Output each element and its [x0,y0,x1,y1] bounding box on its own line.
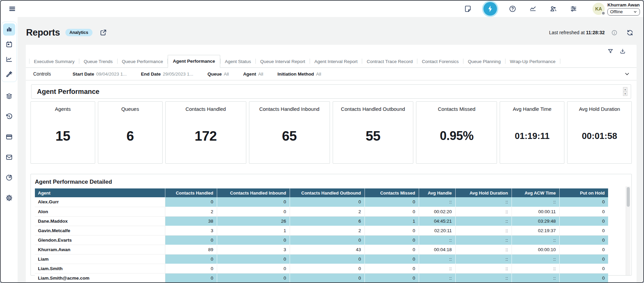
app-window: KA Khurram Awan Offline [0,0,644,283]
control-end-date[interactable]: End Date29/05/2023 1... [141,72,193,77]
value-cell: :: [419,273,455,283]
value-cell: 03:29:48 [512,216,559,226]
value-cell: 3 [165,226,217,235]
agent-name-cell: Liam.Smith@acme.com [35,273,165,283]
external-link-icon[interactable] [97,26,109,39]
value-cell: 0 [365,207,419,216]
user-name: Khurram Awan [607,2,640,7]
note-icon[interactable] [462,3,474,15]
tab-agent-performance[interactable]: Agent Performance [168,55,220,68]
value-cell: 0 [365,254,419,264]
value-cell: 3 [217,245,290,254]
value-cell: 0 [365,264,419,273]
value-cell: 0 [559,264,608,273]
tab-agent-status[interactable]: Agent Status [221,56,255,67]
kpi-value: 65 [282,112,297,163]
hamburger-menu-icon[interactable] [6,3,18,15]
section-title: Agent Performance [37,88,100,96]
scrollbar-thumb[interactable] [627,187,630,207]
value-cell: 0 [365,197,419,207]
value-cell: 0 [290,235,365,245]
history-icon[interactable] [3,110,15,123]
line-chart-icon[interactable] [3,53,15,65]
refresh-icon[interactable] [624,26,636,39]
help-icon[interactable] [506,3,519,15]
value-cell: 0 [365,273,419,283]
kpi-card-contacts-handled-outbound: Contacts Handled Outbound55 [333,101,414,164]
column-header-put-on-hold: Put on Hold [559,188,608,197]
table-vertical-scrollbar[interactable] [626,186,630,275]
mail-icon[interactable] [3,151,15,163]
kpi-card-contacts-missed: Contacts Missed0.95% [416,101,497,164]
bolt-icon[interactable] [483,2,497,16]
value-cell: :: [512,197,559,207]
status-select[interactable]: Offline [607,8,640,16]
control-label: Queue [208,72,222,77]
value-cell: 0 [165,273,217,283]
column-header-avg-hold-duration: Avg Hold Duration [455,188,512,197]
filter-icon[interactable] [607,47,614,55]
spinner-up-icon[interactable]: ▲ [623,87,627,92]
control-value: All [224,72,229,77]
metrics-icon[interactable] [527,3,539,15]
column-header-contacts-handled-outbound: Contacts Handled Outbound [290,188,365,197]
tab-queue-planning[interactable]: Queue Planning [463,56,505,67]
kpi-card-contacts-handled: Contacts Handled172 [165,101,246,164]
kpi-value: 6 [126,112,134,163]
agent-name-cell: Liam.Smith [35,264,165,273]
settings-icon[interactable] [3,192,15,204]
bar-chart-icon[interactable] [3,23,15,36]
value-cell: 0 [217,273,290,283]
tab-contract-trace-record[interactable]: Contract Trace Record [362,56,417,67]
value-cell: 0 [559,207,608,216]
value-cell: 0 [217,197,290,207]
pie-chart-icon[interactable] [3,171,15,184]
sliders-icon[interactable] [567,3,580,15]
tab-queue-performance[interactable]: Queue Performance [118,56,168,67]
tab-wrap-up-performance[interactable]: Wrap-Up Performance [505,56,560,67]
tab-contact-forensics[interactable]: Contact Forensics [417,56,463,67]
kpi-card-contacts-handled-inbound: Contacts Handled Inbound65 [249,101,330,164]
download-icon[interactable] [619,47,626,55]
tab-divider [560,59,560,64]
control-start-date[interactable]: Start Date09/04/2023 1... [72,72,127,77]
users-icon[interactable] [547,3,559,15]
status-dot [601,11,605,15]
kpi-value: 00:01:58 [582,112,617,163]
agent-name-cell: Alon [35,207,165,216]
tab-queue-interval-report[interactable]: Queue Interval Report [256,56,310,67]
value-cell: 0 [559,216,608,226]
value-cell: 26 [217,216,290,226]
controls-collapse-chevron-icon[interactable] [623,70,631,78]
value-cell: :: [455,273,512,283]
tab-agent-interval-report[interactable]: Agent Interval Report [310,56,362,67]
control-label: End Date [141,72,161,77]
table-row: Khurram.Awan89343000:04:18::00:00:100 [35,245,608,254]
control-queue[interactable]: QueueAll [208,72,229,77]
value-cell: :: [455,264,512,273]
last-refreshed-text: Last refreshed at 11:28:32 [549,30,605,35]
tab-queue-trends[interactable]: Queue Trends [79,56,117,67]
layers-icon[interactable] [3,90,15,102]
value-cell: :: [455,226,512,235]
column-header-agent: Agent [35,188,165,197]
kpi-label: Agents [53,106,73,112]
browser-icon[interactable] [3,131,15,143]
kpi-value: 0.95% [440,112,474,163]
tab-executive-summary[interactable]: Executive Summary [29,56,79,67]
column-header-avg-handle: Avg Handle [419,188,455,197]
kpi-value: 172 [194,112,216,163]
detailed-title: Agent Performance Detailed [35,179,626,185]
topbar: KA Khurram Awan Offline [1,1,643,17]
chevron-down-icon [633,10,637,14]
calendar-icon[interactable] [3,38,15,50]
spinner-down-icon[interactable]: ▼ [623,92,627,96]
value-cell: 2 [290,207,365,216]
avatar[interactable]: KA [593,3,605,15]
info-icon[interactable] [608,26,620,39]
value-cell: 0 [217,264,290,273]
control-initiation-method[interactable]: Initiation MethodAll [277,72,321,77]
value-cell: 1 [217,226,290,235]
design-icon[interactable] [3,68,15,80]
control-agent[interactable]: AgentAll [243,72,263,77]
